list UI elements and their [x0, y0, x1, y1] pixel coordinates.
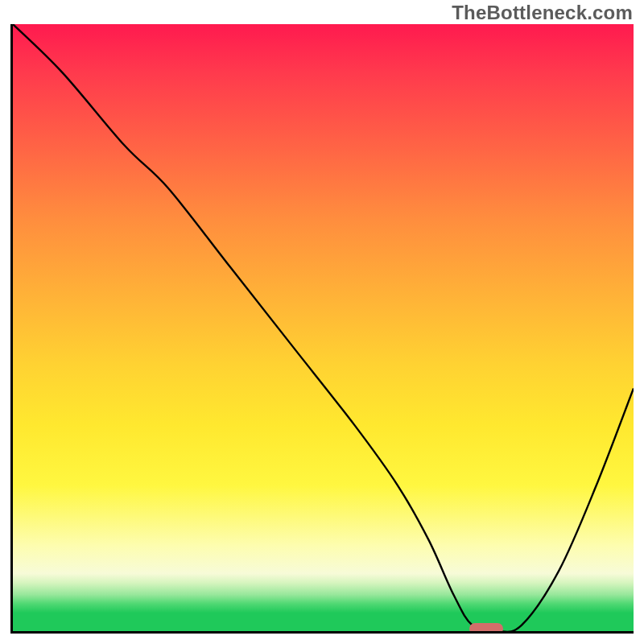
minimum-marker [469, 623, 503, 634]
chart-root: TheBottleneck.com [0, 0, 644, 644]
watermark-text: TheBottleneck.com [452, 2, 633, 24]
plot-area [10, 24, 634, 634]
bottleneck-curve [13, 24, 634, 631]
